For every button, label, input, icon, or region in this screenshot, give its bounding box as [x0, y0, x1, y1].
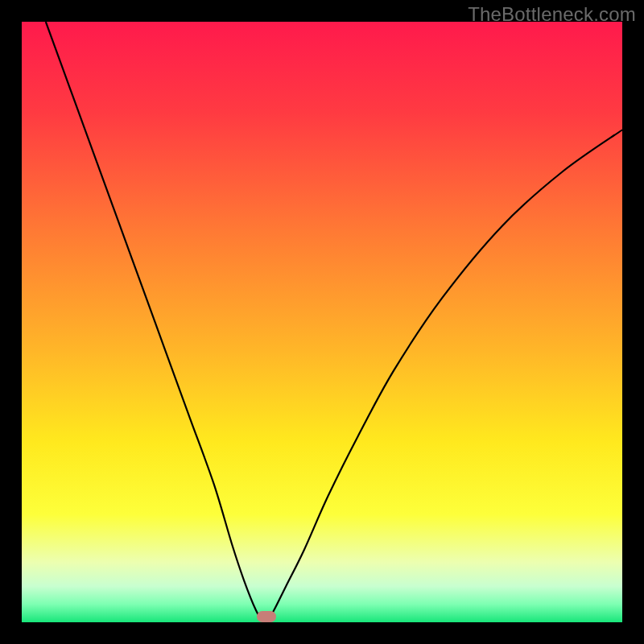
- chart-frame: TheBottleneck.com: [0, 0, 644, 644]
- optimum-marker: [257, 611, 276, 622]
- bottleneck-curve: [22, 22, 622, 622]
- plot-area: [22, 22, 622, 622]
- watermark-text: TheBottleneck.com: [468, 3, 636, 26]
